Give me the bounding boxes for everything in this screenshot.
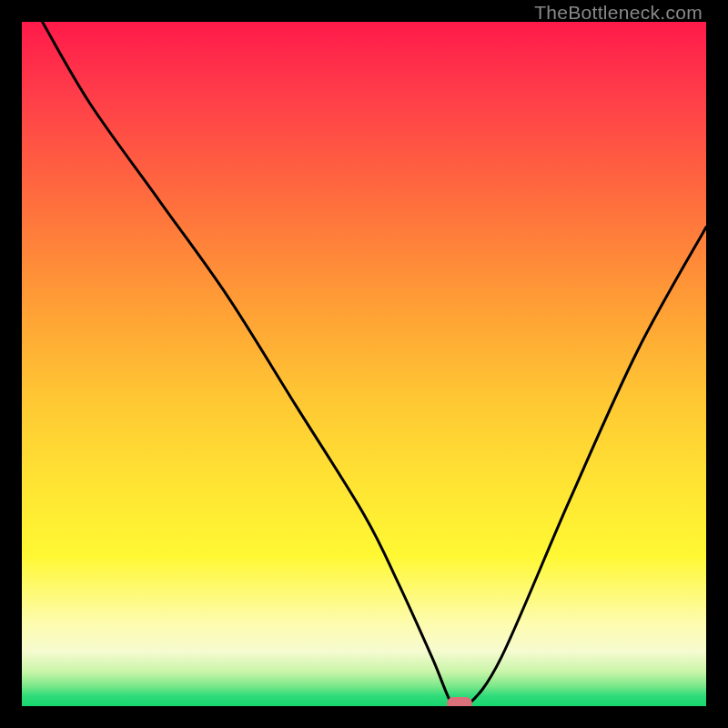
chart-frame: TheBottleneck.com [0,0,728,728]
plot-area [22,22,706,706]
watermark-text: TheBottleneck.com [534,2,703,24]
optimal-marker [447,697,472,706]
bottleneck-curve [22,22,706,706]
